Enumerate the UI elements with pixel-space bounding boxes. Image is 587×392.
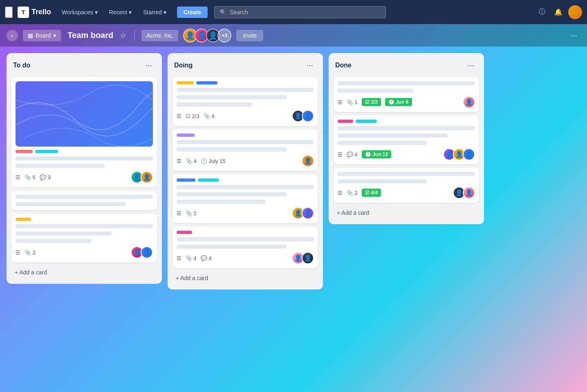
workspace-chip[interactable]: Acme, Inc. <box>141 30 178 41</box>
recent-menu[interactable]: Recent ▾ <box>105 7 136 18</box>
card-10-line-2 <box>338 179 427 183</box>
card-10-line-1 <box>338 172 475 176</box>
card-9[interactable]: ☰ 💬 4 🕐 Jun 12 👤 👤 👤 <box>334 116 479 165</box>
attach-count: 📎 2 <box>25 249 36 256</box>
list-doing: Doing ··· ☰ ☑ 2/3 📎 4 👤 👤 <box>168 53 323 290</box>
label-blue3 <box>177 178 195 182</box>
label-magenta <box>177 231 192 234</box>
card-6-line-3 <box>177 200 266 204</box>
list-todo: To do ··· ☰ 📎 5 💬 3 👤 <box>7 53 162 284</box>
search-bar[interactable]: 🔍 <box>214 6 386 18</box>
card-10-avatars: 👤 👤 <box>453 187 475 199</box>
card-5-labels <box>177 134 314 137</box>
card-avatar-blue3[interactable]: 👤 <box>463 148 475 160</box>
card-avatar-blue[interactable]: 👤 <box>141 246 153 258</box>
label-purple <box>177 134 195 137</box>
card-7-meta: ☰ 📎 4 💬 4 <box>177 255 212 261</box>
card-3-line-1 <box>16 224 153 228</box>
trello-logo-icon: T <box>18 7 29 18</box>
label-blue2 <box>196 81 217 85</box>
workspaces-menu[interactable]: Workspaces ▾ <box>58 7 102 18</box>
label-cyan <box>35 150 58 153</box>
attach-count: 📎 4 <box>204 113 215 119</box>
card-8-avatars: 👤 <box>463 96 475 108</box>
list-icon: ☰ <box>338 151 343 158</box>
info-button[interactable]: ⓘ <box>535 6 549 19</box>
card-8-footer: ☰ 📎 1 ☑ 2/2 🕐 Jun 6 👤 <box>338 96 475 108</box>
list-more-todo[interactable]: ··· <box>142 60 155 71</box>
invite-button[interactable]: Invite <box>236 30 263 41</box>
collapse-sidebar-button[interactable]: ‹ <box>7 30 18 41</box>
search-input[interactable] <box>230 9 381 16</box>
checklist-badge: ☑ 2/3 <box>186 113 199 119</box>
card-3-line-3 <box>16 239 91 243</box>
add-card-todo[interactable]: + Add a card <box>11 266 157 279</box>
board-nav: ‹ ▦ Board ▾ Team board ☆ Acme, Inc. 👤 👤 … <box>0 24 587 47</box>
member-avatars: 👤 👤 👤 +3 <box>183 29 231 42</box>
due-date-badge: 🕐 Jun 6 <box>385 98 412 106</box>
list-title-todo: To do <box>13 62 30 69</box>
card-avatar-purple[interactable]: 👤 <box>302 207 314 219</box>
card-7[interactable]: ☰ 📎 4 💬 4 👤 👤 <box>173 227 318 268</box>
card-3[interactable]: ☰ 📎 2 👤 👤 <box>11 214 157 263</box>
attach-count: 📎 2 <box>186 210 197 216</box>
card-7-avatars: 👤 👤 <box>292 252 314 264</box>
list-header-done: Done ··· <box>334 58 479 74</box>
card-avatar-pink-light[interactable]: 👤 <box>463 96 475 108</box>
attach-count: 📎 1 <box>347 99 358 105</box>
card-avatar-pink-light2[interactable]: 👤 <box>463 187 475 199</box>
create-button[interactable]: Create <box>177 7 208 18</box>
add-card-doing[interactable]: + Add a card <box>173 272 318 285</box>
card-avatar-blue2[interactable]: 👤 <box>302 110 314 122</box>
card-10[interactable]: ☰ 📎 2 ☑ 4/4 👤 👤 <box>334 168 479 203</box>
card-avatar-amber2[interactable]: 👤 <box>302 155 314 167</box>
card-1[interactable]: ☰ 📎 5 💬 3 👤 👤 <box>11 77 157 187</box>
list-more-doing[interactable]: ··· <box>303 60 316 71</box>
label-yellow2 <box>177 81 194 85</box>
card-8[interactable]: ☰ 📎 1 ☑ 2/2 🕐 Jun 6 👤 <box>334 77 479 112</box>
member-count-badge[interactable]: +3 <box>217 29 231 42</box>
user-avatar[interactable] <box>568 5 582 19</box>
list-title-doing: Doing <box>174 62 193 69</box>
checklist-badge-green: ☑ 2/2 <box>362 98 381 106</box>
attach-count: 📎 5 <box>25 174 36 180</box>
label-cyan2 <box>198 178 219 182</box>
card-1-labels <box>16 150 153 153</box>
board-content: To do ··· ☰ 📎 5 💬 3 👤 <box>0 47 587 392</box>
card-3-line-2 <box>16 232 112 236</box>
nav-right: ⓘ 🔔 <box>535 5 582 19</box>
card-2-line-2 <box>16 202 125 206</box>
notifications-button[interactable]: 🔔 <box>552 6 565 19</box>
add-card-done[interactable]: + Add a card <box>334 206 479 219</box>
card-2[interactable] <box>11 191 157 210</box>
board-title: Team board <box>67 31 113 40</box>
starred-menu[interactable]: Starred ▾ <box>139 7 170 18</box>
card-4-footer: ☰ ☑ 2/3 📎 4 👤 👤 <box>177 110 314 122</box>
card-avatar-dark2[interactable]: 👤 <box>302 252 314 264</box>
list-header-todo: To do ··· <box>11 58 157 74</box>
card-10-meta: ☰ 📎 2 ☑ 4/4 <box>338 189 381 197</box>
card-7-line-2 <box>177 245 287 249</box>
top-nav: ⠿ T Trello Workspaces ▾ Recent ▾ Starred… <box>0 0 587 24</box>
list-done: Done ··· ☰ 📎 1 ☑ 2/2 🕐 Jun 6 👤 <box>329 53 484 224</box>
card-8-line-1 <box>338 81 475 85</box>
board-more-button[interactable]: ··· <box>567 29 580 42</box>
card-9-footer: ☰ 💬 4 🕐 Jun 12 👤 👤 👤 <box>338 148 475 160</box>
card-8-meta: ☰ 📎 1 ☑ 2/2 🕐 Jun 6 <box>338 98 412 106</box>
card-5[interactable]: ☰ 📎 4 🕐 July 15 👤 <box>173 129 318 171</box>
board-view-icon: ▦ <box>28 32 33 39</box>
card-9-line-2 <box>338 134 448 138</box>
board-view-button[interactable]: ▦ Board ▾ <box>23 30 61 41</box>
grid-icon[interactable]: ⠿ <box>5 7 13 18</box>
card-1-line-2 <box>16 164 105 168</box>
card-avatar-amber[interactable]: 👤 <box>141 171 153 183</box>
attach-count: 📎 2 <box>347 190 358 196</box>
logo[interactable]: T Trello <box>18 7 51 18</box>
card-9-line-1 <box>338 126 475 130</box>
card-4-meta: ☰ ☑ 2/3 📎 4 <box>177 113 215 119</box>
card-7-line-1 <box>177 237 314 241</box>
card-6[interactable]: ☰ 📎 2 👤 👤 <box>173 174 318 223</box>
list-more-done[interactable]: ··· <box>464 60 477 71</box>
star-board-button[interactable]: ☆ <box>118 29 128 42</box>
card-4[interactable]: ☰ ☑ 2/3 📎 4 👤 👤 <box>173 77 318 126</box>
